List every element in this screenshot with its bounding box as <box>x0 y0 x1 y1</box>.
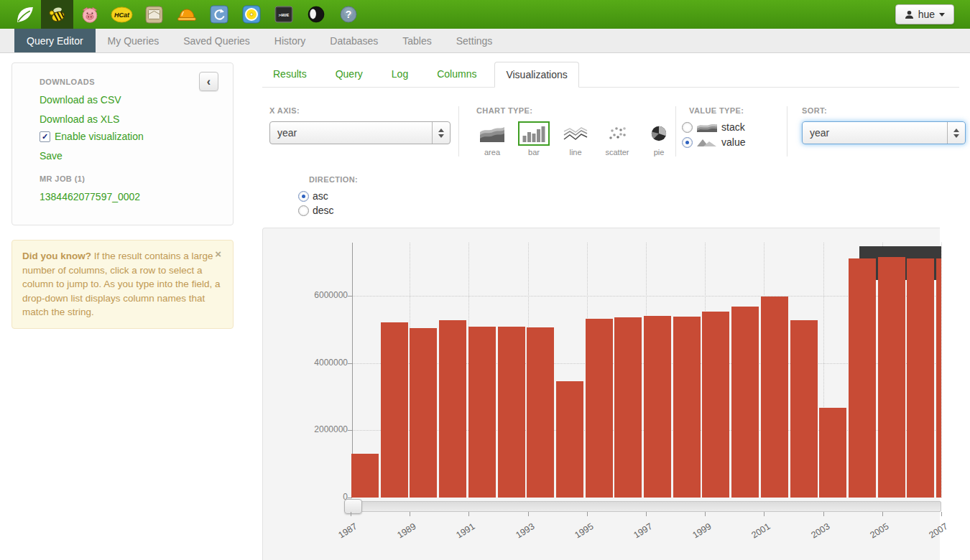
bar[interactable] <box>907 258 934 498</box>
bar[interactable] <box>410 328 437 498</box>
nav-tab-query-editor[interactable]: Query Editor <box>14 29 96 52</box>
bar[interactable] <box>614 317 642 498</box>
chart-type-line[interactable]: line <box>560 121 591 157</box>
bar[interactable] <box>381 322 408 498</box>
tab-log[interactable]: Log <box>381 62 419 87</box>
tab-results[interactable]: Results <box>262 62 318 87</box>
downloads-title: DOWNLOADS <box>40 78 220 86</box>
bar[interactable] <box>702 312 729 498</box>
downloads-panel: ‹ DOWNLOADS Download as CSV Download as … <box>11 62 234 225</box>
value-type-value-option[interactable]: value <box>682 136 787 148</box>
bar[interactable] <box>527 327 554 498</box>
terminal-icon: >HUE <box>274 6 293 23</box>
chart-type-area[interactable]: area <box>476 121 508 157</box>
nav-tab-history[interactable]: History <box>262 29 318 52</box>
y-axis-tick-label: 6000000 <box>292 290 348 300</box>
nav-tab-databases[interactable]: Databases <box>318 29 390 52</box>
desc-radio[interactable] <box>298 205 309 216</box>
sort-value: year <box>810 127 829 139</box>
select-arrows-icon <box>432 122 450 144</box>
gridline-vertical <box>941 243 942 498</box>
chart-type-pie[interactable]: pie <box>643 121 675 157</box>
enable-visualization-checkbox[interactable]: ✓ <box>40 131 50 142</box>
bar[interactable] <box>878 257 905 498</box>
sort-select[interactable]: year <box>802 121 966 144</box>
app-pig-icon[interactable] <box>73 0 106 29</box>
chart-type-bar[interactable]: bar <box>518 121 550 157</box>
scatter-chart-icon <box>608 126 627 141</box>
app-help-icon[interactable]: ? <box>332 0 364 29</box>
collapse-sidebar-button[interactable]: ‹ <box>199 72 218 91</box>
value-radio[interactable] <box>682 137 693 148</box>
bar[interactable] <box>673 317 701 498</box>
main-content: ResultsQueryLogColumnsVisualizations X A… <box>248 53 970 560</box>
bar[interactable] <box>439 320 466 498</box>
bar[interactable] <box>819 408 846 498</box>
bar[interactable] <box>790 320 818 498</box>
bar[interactable] <box>761 297 788 498</box>
enable-visualization-label: Enable visualization <box>55 131 144 142</box>
app-sqoop-icon[interactable] <box>235 0 267 29</box>
download-csv-link[interactable]: Download as CSV <box>40 94 220 106</box>
sort-group: SORT: year <box>787 106 970 157</box>
hue-logo-icon[interactable] <box>9 0 41 29</box>
tab-query[interactable]: Query <box>325 62 374 87</box>
nav-tab-settings[interactable]: Settings <box>444 29 505 52</box>
user-name: hue <box>918 9 935 20</box>
chart-scrollbar-handle[interactable] <box>344 499 362 514</box>
left-sidebar: ‹ DOWNLOADS Download as CSV Download as … <box>0 53 248 329</box>
app-nav-tabs: Query EditorMy QueriesSaved QueriesHisto… <box>0 29 970 53</box>
bar[interactable] <box>586 319 613 498</box>
mr-job-title: MR JOB (1) <box>40 174 220 183</box>
asc-radio[interactable] <box>298 191 309 202</box>
nav-tab-saved-queries[interactable]: Saved Queries <box>171 29 262 52</box>
x-axis-tick-label: 2003 <box>793 521 831 550</box>
direction-desc-option[interactable]: desc <box>298 205 970 216</box>
tab-visualizations[interactable]: Visualizations <box>494 62 578 88</box>
bar[interactable] <box>936 258 941 498</box>
tab-columns[interactable]: Columns <box>426 62 487 87</box>
bee-icon <box>47 4 68 25</box>
value-type-stack-option[interactable]: stack <box>682 121 787 133</box>
app-beeswax-icon[interactable] <box>41 0 73 29</box>
save-link[interactable]: Save <box>40 150 220 162</box>
enable-visualization-row[interactable]: ✓ Enable visualization <box>40 131 220 142</box>
close-icon[interactable]: × <box>211 248 226 260</box>
mr-job-id-link[interactable]: 1384462077597_0002 <box>40 191 220 202</box>
app-icons: HCat <box>9 0 364 29</box>
direction-asc-option[interactable]: asc <box>298 190 970 202</box>
bar[interactable] <box>468 327 496 498</box>
x-axis-tick-label: 1989 <box>379 521 417 550</box>
nav-tab-my-queries[interactable]: My Queries <box>96 29 172 52</box>
app-hcatalog-icon[interactable]: HCat <box>106 0 138 29</box>
direction-group: DIRECTION: asc desc <box>309 175 970 216</box>
chart-scrollbar-track[interactable] <box>346 501 941 512</box>
bar[interactable] <box>556 381 583 498</box>
x-axis-select[interactable]: year <box>269 121 451 144</box>
user-menu-button[interactable]: hue <box>895 4 954 24</box>
direction-label: DIRECTION: <box>309 175 970 184</box>
tip-title: Did you know? <box>22 251 91 261</box>
app-oozie-icon[interactable] <box>170 0 203 29</box>
x-axis-tick-label: 1987 <box>320 521 359 550</box>
app-job-designer-icon[interactable] <box>203 0 235 29</box>
bar[interactable] <box>849 258 876 498</box>
nav-tab-tables[interactable]: Tables <box>390 29 443 52</box>
sort-label: SORT: <box>802 106 970 115</box>
plot-area <box>351 243 941 498</box>
pig-icon <box>80 5 99 24</box>
value-type-group: VALUE TYPE: stack valu <box>675 106 787 157</box>
bar[interactable] <box>731 307 759 498</box>
chart-type-group: CHART TYPE: area <box>458 106 675 157</box>
bar[interactable] <box>498 327 525 498</box>
bar[interactable] <box>351 454 379 498</box>
x-axis-tick-label: 2005 <box>852 521 890 550</box>
bar[interactable] <box>644 316 671 498</box>
app-shell-icon[interactable]: >HUE <box>267 0 300 29</box>
download-xls-link[interactable]: Download as XLS <box>40 113 220 125</box>
app-file-browser-icon[interactable] <box>138 0 170 29</box>
x-axis-tick <box>941 512 942 516</box>
app-job-browser-icon[interactable] <box>300 0 332 29</box>
chart-type-scatter[interactable]: scatter <box>601 121 633 157</box>
stack-radio[interactable] <box>682 122 693 133</box>
